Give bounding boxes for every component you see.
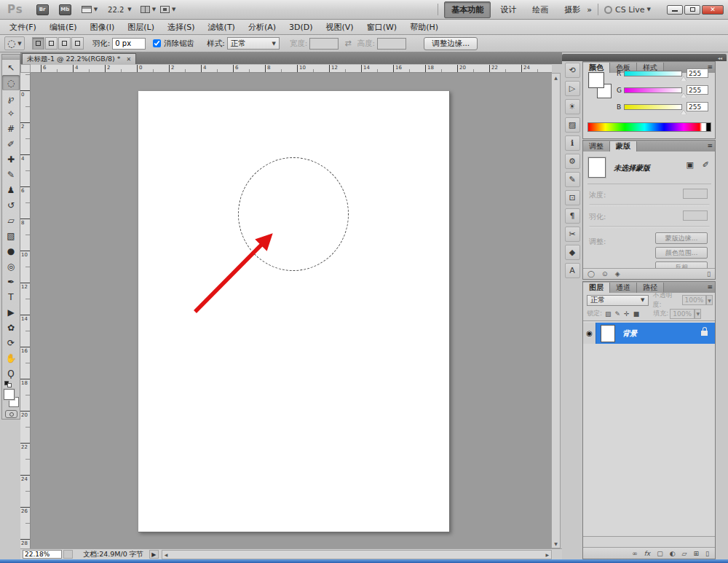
history-brush-tool[interactable]: ↺ xyxy=(2,197,20,213)
default-colors-icon[interactable] xyxy=(4,381,12,387)
channel-value[interactable]: 255 xyxy=(687,85,708,95)
quick-selection-tool[interactable]: ✧ xyxy=(2,106,20,121)
scroll-down-icon[interactable]: ▼ xyxy=(554,540,558,548)
vertical-ruler[interactable]: 0246810121416182022242628 xyxy=(20,73,31,548)
channel-slider-track[interactable] xyxy=(624,71,682,76)
hand-tool[interactable]: ✋ xyxy=(2,350,20,366)
menu-3d[interactable]: 3D(D) xyxy=(282,20,320,34)
minimize-button[interactable] xyxy=(667,5,683,15)
slider-thumb-icon[interactable] xyxy=(681,93,687,98)
chevron-down-icon[interactable]: ▼ xyxy=(127,7,131,12)
scroll-up-icon[interactable]: ▲ xyxy=(554,74,558,82)
menu-select[interactable]: 选择(S) xyxy=(161,20,202,35)
character-panel-icon[interactable]: A xyxy=(565,263,580,278)
add-vector-mask-icon[interactable]: ✐ xyxy=(703,160,709,170)
cs-live-button[interactable]: CS Live▼ xyxy=(604,3,651,16)
background-lock-icon[interactable] xyxy=(701,331,708,336)
load-selection-icon[interactable]: ◯ xyxy=(587,270,595,277)
path-selection-tool[interactable]: ▶ xyxy=(2,304,20,320)
add-to-selection-button[interactable] xyxy=(45,37,58,50)
menu-filter[interactable]: 滤镜(T) xyxy=(202,20,242,35)
current-tool-preset[interactable]: ◌ ▼ xyxy=(4,36,25,50)
screen-mode-button[interactable]: ▼ xyxy=(160,3,175,16)
vertical-scrollbar[interactable]: ▲ ▼ xyxy=(551,73,561,548)
rotate-3d-tool[interactable]: ⟳ xyxy=(2,335,20,350)
feather-input[interactable] xyxy=(112,38,146,50)
eyedropper-tool[interactable]: ✐ xyxy=(2,136,20,151)
panel-menu-icon[interactable]: ≡ xyxy=(707,283,713,291)
delete-layer-icon[interactable]: ▯ xyxy=(705,550,709,557)
brush-tool[interactable]: ✎ xyxy=(2,167,20,182)
lock-position-icon[interactable]: ✛ xyxy=(624,310,630,318)
disable-mask-icon[interactable]: ◈ xyxy=(615,270,620,277)
tool-presets-panel-icon[interactable]: ✂ xyxy=(565,227,580,242)
tab-masks[interactable]: 蒙版 xyxy=(610,141,637,151)
style-select[interactable]: 正常 ▼ xyxy=(227,37,280,50)
new-selection-button[interactable] xyxy=(32,37,44,50)
lock-transparency-icon[interactable]: ▨ xyxy=(605,310,612,318)
document-tab[interactable]: 未标题-1 @ 22.2%(RGB/8) * ✕ xyxy=(22,53,136,64)
adjustment-layer-icon[interactable]: ◐ xyxy=(670,550,676,557)
workspace-painting[interactable]: 绘画 xyxy=(526,2,555,17)
lasso-tool[interactable]: ℘ xyxy=(2,90,20,106)
menu-analysis[interactable]: 分析(A) xyxy=(242,20,282,35)
pen-tool[interactable]: ✒ xyxy=(2,274,20,289)
workspace-design[interactable]: 设计 xyxy=(494,2,523,17)
info-panel-icon[interactable]: ℹ xyxy=(565,135,580,151)
zoom-level-value[interactable]: 22.2 xyxy=(108,6,124,14)
tab-channels[interactable]: 通道 xyxy=(610,283,637,293)
channel-slider-track[interactable] xyxy=(624,104,682,110)
channel-value[interactable]: 255 xyxy=(687,68,708,78)
brush-panel-icon[interactable]: ✎ xyxy=(565,172,580,187)
custom-shape-tool[interactable]: ✿ xyxy=(2,320,20,335)
workspace-photography[interactable]: 摄影 xyxy=(558,2,587,17)
menu-layer[interactable]: 图层(L) xyxy=(121,20,161,35)
dock-header-bar[interactable]: ◂◂ xyxy=(562,54,727,61)
color-range-button[interactable]: 颜色范围... xyxy=(655,247,708,259)
layer-name[interactable]: 背景 xyxy=(622,328,701,339)
clone-stamp-tool[interactable]: ♟ xyxy=(2,182,20,197)
tab-adjustments[interactable]: 调整 xyxy=(583,141,610,151)
crop-tool[interactable]: # xyxy=(2,121,20,136)
quick-mask-button[interactable] xyxy=(5,410,17,418)
threed-panel-icon[interactable]: ⚙ xyxy=(565,154,580,169)
panel-menu-icon[interactable]: ≡ xyxy=(707,142,713,149)
channel-value[interactable]: 255 xyxy=(687,102,708,111)
history-panel-icon[interactable]: ⟲ xyxy=(565,63,580,78)
channel-slider-track[interactable] xyxy=(624,87,682,93)
mask-edge-button[interactable]: 蒙版边缘... xyxy=(655,232,708,244)
notes-panel-icon[interactable]: ◆ xyxy=(565,245,580,260)
foreground-color-swatch[interactable] xyxy=(4,389,15,400)
layer-thumbnail[interactable] xyxy=(601,325,615,342)
add-layer-mask-icon[interactable]: ▢ xyxy=(657,550,663,557)
lock-pixels-icon[interactable]: ✎ xyxy=(615,310,621,318)
refine-edge-button[interactable]: 调整边缘... xyxy=(424,37,478,50)
animation-panel-icon[interactable]: ▷ xyxy=(565,81,580,96)
workspace-more-button[interactable]: » xyxy=(587,5,592,15)
tab-layers[interactable]: 图层 xyxy=(583,283,610,293)
menu-image[interactable]: 图像(I) xyxy=(83,20,121,35)
slider-thumb-icon[interactable] xyxy=(681,76,687,81)
elliptical-marquee-tool[interactable]: ◌ xyxy=(2,75,20,90)
layer-group-icon[interactable]: ▱ xyxy=(682,550,687,557)
restore-button[interactable] xyxy=(684,5,700,15)
mini-bridge-icon[interactable]: Mb xyxy=(59,4,71,15)
adjustments-panel-icon[interactable]: ☀ xyxy=(565,99,580,114)
subtract-from-selection-button[interactable] xyxy=(58,37,71,50)
zoom-tool[interactable]: Ϙ xyxy=(2,366,20,381)
tab-color[interactable]: 颜色 xyxy=(583,63,610,73)
dodge-tool[interactable]: ◎ xyxy=(2,259,20,274)
new-layer-icon[interactable]: ⊞ xyxy=(694,550,700,557)
gradient-tool[interactable]: ▧ xyxy=(2,228,20,243)
paragraph-panel-icon[interactable]: ¶ xyxy=(565,208,580,224)
menu-help[interactable]: 帮助(H) xyxy=(403,20,445,35)
close-tab-icon[interactable]: ✕ xyxy=(127,56,132,63)
swap-dimensions-icon[interactable]: ⇄ xyxy=(344,39,351,48)
view-extras-button[interactable]: ▼ xyxy=(82,3,98,16)
menu-file[interactable]: 文件(F) xyxy=(3,20,43,35)
menu-edit[interactable]: 编辑(E) xyxy=(43,20,84,35)
clone-source-panel-icon[interactable]: ⊡ xyxy=(565,190,580,205)
type-tool[interactable]: T xyxy=(2,289,20,304)
add-pixel-mask-icon[interactable]: ▣ xyxy=(686,160,693,170)
intersect-selection-button[interactable] xyxy=(71,37,84,50)
